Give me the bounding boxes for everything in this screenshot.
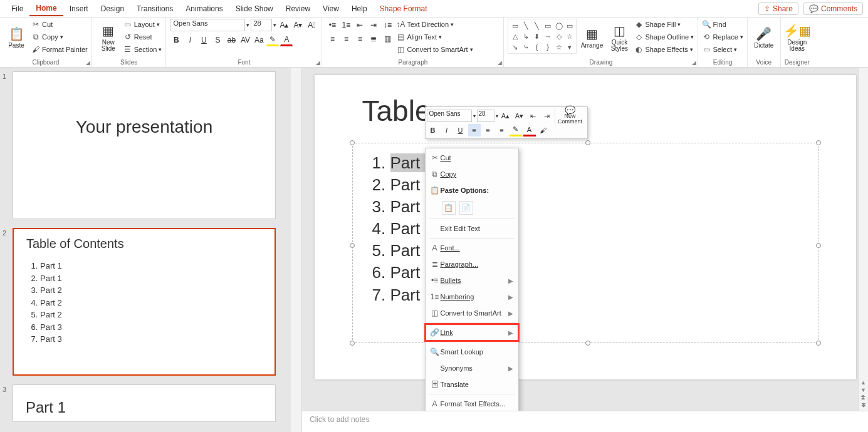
- char-spacing-button[interactable]: AV: [239, 34, 251, 46]
- mini-increase-font-icon[interactable]: A▴: [499, 110, 512, 122]
- decrease-font-icon[interactable]: A▾: [291, 19, 304, 31]
- tab-transitions[interactable]: Transitions: [130, 2, 179, 16]
- ctx-smart-lookup[interactable]: 🔍Smart Lookup: [426, 344, 518, 360]
- select-button[interactable]: ▭Select▾: [702, 44, 743, 55]
- quick-styles-button[interactable]: ◫Quick Styles: [607, 19, 632, 55]
- share-button[interactable]: ⇪Share: [758, 3, 798, 15]
- mini-font-family[interactable]: Open Sans: [427, 110, 472, 122]
- clipboard-dialog-launcher[interactable]: ◢: [86, 59, 90, 66]
- paste-option-text-only[interactable]: 📄: [459, 201, 473, 215]
- mini-underline-button[interactable]: U: [454, 124, 467, 136]
- tab-slideshow[interactable]: Slide Show: [229, 2, 280, 16]
- mini-highlight-button[interactable]: ✎: [510, 124, 522, 136]
- vertical-scrollbar[interactable]: ▲ ▼ ⯭ ⯯: [858, 68, 868, 411]
- drawing-dialog-launcher[interactable]: ◢: [692, 59, 696, 66]
- tab-insert[interactable]: Insert: [63, 2, 95, 16]
- ctx-exit-edit-text[interactable]: Exit Edit Text: [426, 220, 518, 237]
- mini-format-painter-button[interactable]: 🖌: [537, 124, 550, 136]
- find-button[interactable]: 🔍Find: [702, 19, 743, 30]
- ctx-convert-smartart[interactable]: ◫Convert to SmartArt▶: [426, 305, 518, 321]
- ctx-cut[interactable]: ✂Cut: [426, 150, 518, 166]
- change-case-button[interactable]: Aa: [253, 34, 265, 46]
- highlight-color-button[interactable]: ✎: [266, 34, 279, 46]
- tab-animations[interactable]: Animations: [179, 2, 229, 16]
- strikethrough-button[interactable]: ab: [225, 34, 238, 46]
- tab-file[interactable]: File: [5, 2, 29, 16]
- shape-effects-button[interactable]: ◐Shape Effects▾: [634, 44, 694, 55]
- slide-thumbnail-1[interactable]: Your presentation: [13, 71, 276, 219]
- mini-bold-button[interactable]: B: [427, 124, 439, 136]
- align-center-button[interactable]: ≡: [340, 33, 352, 45]
- next-slide-icon[interactable]: ⯯: [860, 402, 866, 408]
- new-slide-button[interactable]: ▦New Slide: [96, 19, 121, 55]
- tab-shape-format[interactable]: Shape Format: [374, 2, 434, 16]
- mini-align-left-button[interactable]: ≡: [468, 124, 481, 136]
- underline-button[interactable]: U: [197, 34, 210, 46]
- design-ideas-button[interactable]: ⚡▦Design Ideas: [785, 19, 810, 55]
- replace-button[interactable]: ⟲Replace▾: [702, 31, 743, 43]
- format-painter-button[interactable]: 🖌Format Painter: [31, 44, 88, 55]
- copy-button[interactable]: ⧉Copy▾: [31, 31, 88, 43]
- cut-button[interactable]: ✂Cut: [31, 19, 88, 30]
- decrease-indent-button[interactable]: ⇤: [353, 19, 366, 31]
- scroll-down-icon[interactable]: ▼: [860, 387, 866, 393]
- mini-decrease-indent-icon[interactable]: ⇤: [527, 110, 540, 122]
- slide-thumbnail-2[interactable]: Table of Contents Part 1Part 1Part 2Part…: [13, 228, 276, 376]
- mini-new-comment-button[interactable]: 💬NewComment: [555, 108, 583, 125]
- numbering-button[interactable]: 1≡: [340, 19, 352, 31]
- slide-thumbnail-3[interactable]: Part 1: [13, 384, 276, 422]
- ctx-format-text-effects[interactable]: AFormat Text Effects...: [426, 396, 518, 411]
- ctx-numbering[interactable]: 1≡Numbering▶: [426, 289, 518, 305]
- font-color-button[interactable]: A: [280, 34, 293, 46]
- shape-outline-button[interactable]: ◇Shape Outline▾: [634, 31, 694, 43]
- tab-design[interactable]: Design: [95, 2, 130, 16]
- content-placeholder[interactable]: Part 1 Part 1 Part 2 Part 2 Part 2 Part …: [352, 143, 818, 343]
- layout-button[interactable]: ▭Layout▾: [123, 19, 162, 30]
- shapes-gallery[interactable]: ▭╲╲▭◯▭ △↳⬇→◇☆ ↘⤷{}☆▾: [508, 19, 577, 54]
- mini-increase-indent-icon[interactable]: ⇥: [541, 110, 553, 122]
- tab-help[interactable]: Help: [345, 2, 374, 16]
- section-button[interactable]: ☰Section▾: [123, 44, 162, 55]
- mini-align-center-button[interactable]: ≡: [482, 124, 494, 136]
- mini-decrease-font-icon[interactable]: A▾: [513, 110, 526, 122]
- font-size-select[interactable]: 28: [251, 19, 272, 31]
- shadow-button[interactable]: S: [211, 34, 224, 46]
- font-family-select[interactable]: Open Sans: [170, 19, 245, 31]
- reset-button[interactable]: ↺Reset: [123, 31, 162, 43]
- shape-fill-button[interactable]: ◆Shape Fill▾: [634, 19, 694, 30]
- justify-button[interactable]: ≣: [367, 33, 380, 45]
- ctx-bullets[interactable]: •≡Bullets▶: [426, 272, 518, 289]
- align-left-button[interactable]: ≡: [326, 33, 338, 45]
- arrange-button[interactable]: ▦Arrange: [579, 19, 604, 55]
- convert-to-smartart-button[interactable]: ◫Convert to SmartArt▾: [396, 44, 473, 55]
- ctx-link[interactable]: 🔗Link▶: [426, 324, 518, 341]
- ctx-translate[interactable]: 🈂Translate: [426, 376, 518, 393]
- mini-italic-button[interactable]: I: [441, 124, 453, 136]
- align-right-button[interactable]: ≡: [353, 33, 366, 45]
- columns-button[interactable]: ▥: [381, 33, 394, 45]
- font-dialog-launcher[interactable]: ◢: [316, 59, 320, 66]
- align-text-button[interactable]: ▤Align Text▾: [396, 31, 473, 43]
- ctx-paragraph[interactable]: ≣Paragraph...: [426, 256, 518, 272]
- bullets-button[interactable]: •≡: [326, 19, 338, 31]
- slide-canvas[interactable]: Table Part 1 Part 1 Part 2 Part 2 Part 2…: [315, 75, 856, 379]
- paragraph-dialog-launcher[interactable]: ◢: [498, 59, 502, 66]
- bold-button[interactable]: B: [170, 34, 182, 46]
- dictate-button[interactable]: 🎤Dictate: [751, 19, 776, 55]
- prev-slide-icon[interactable]: ⯭: [860, 394, 866, 401]
- slide-title[interactable]: Table: [362, 94, 431, 128]
- clear-formatting-icon[interactable]: A⃠: [305, 19, 318, 31]
- mini-font-color-button[interactable]: A: [523, 124, 536, 136]
- paste-button[interactable]: 📋Paste: [4, 19, 29, 55]
- line-spacing-button[interactable]: ↕≡: [381, 19, 394, 31]
- mini-align-right-button[interactable]: ≡: [496, 124, 508, 136]
- increase-indent-button[interactable]: ⇥: [367, 19, 380, 31]
- notes-pane[interactable]: Click to add notes: [302, 411, 868, 432]
- tab-review[interactable]: Review: [280, 2, 316, 16]
- scroll-up-icon[interactable]: ▲: [860, 379, 866, 386]
- ctx-synonyms[interactable]: Synonyms▶: [426, 360, 518, 376]
- tab-view[interactable]: View: [316, 2, 345, 16]
- increase-font-icon[interactable]: A▴: [278, 19, 290, 31]
- mini-font-size[interactable]: 28: [477, 110, 494, 122]
- slide-thumbnail-panel[interactable]: 1 Your presentation 2 Table of Contents …: [0, 68, 291, 432]
